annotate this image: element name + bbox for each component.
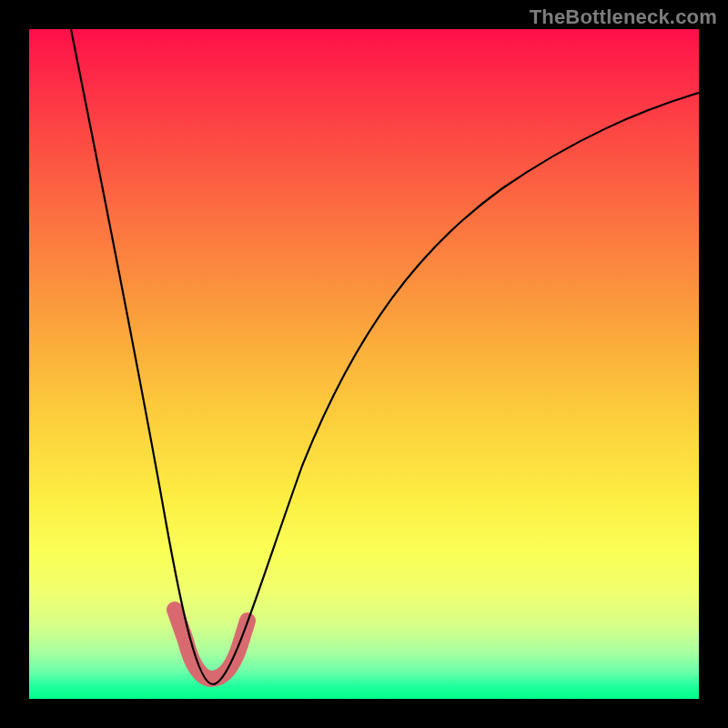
curve-layer (29, 29, 699, 699)
watermark-label: TheBottleneck.com (530, 5, 717, 29)
chart-frame: TheBottleneck.com (0, 0, 728, 728)
bottleneck-curve (71, 29, 699, 684)
plot-area (29, 29, 699, 699)
